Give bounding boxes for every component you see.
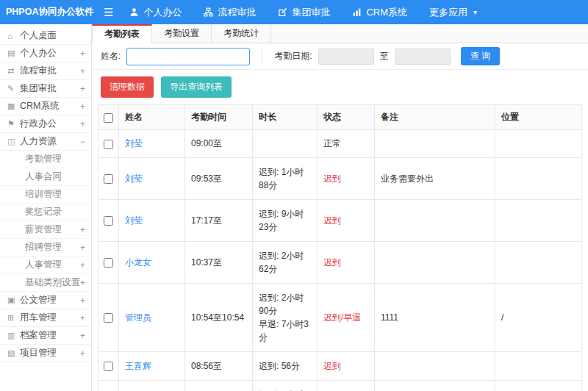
expand-indicator[interactable]: + bbox=[80, 278, 85, 288]
nav-personal-office[interactable]: 个人办公 bbox=[129, 6, 182, 19]
sidebar-item-label: 人事合同 bbox=[25, 171, 85, 183]
sidebar-item[interactable]: 基础类别设置 + bbox=[0, 274, 91, 292]
sidebar-item[interactable]: ✎ 集团审批 + bbox=[0, 80, 91, 98]
note-cell bbox=[375, 242, 495, 284]
row-checkbox[interactable] bbox=[104, 362, 113, 371]
expand-indicator[interactable]: + bbox=[80, 295, 85, 306]
sidebar-item-label: 行政办公 bbox=[20, 118, 80, 130]
query-button[interactable]: 查 询 bbox=[461, 47, 500, 65]
sidebar-item[interactable]: 培训管理 bbox=[0, 186, 91, 204]
expand-indicator[interactable]: + bbox=[80, 101, 85, 112]
sidebar-item[interactable]: ▦ CRM系统 + bbox=[0, 98, 91, 115]
row-checkbox[interactable] bbox=[104, 258, 113, 268]
duration-cell: 迟到: 9小时23分 bbox=[253, 200, 318, 242]
export-list-button[interactable]: 导出查询列表 bbox=[161, 76, 232, 98]
row-checkbox[interactable] bbox=[104, 174, 113, 184]
date-to-input[interactable] bbox=[395, 49, 451, 65]
table-row: 刘莹 09:53至 迟到: 1小时88分 迟到 业务需要外出 bbox=[98, 158, 582, 200]
table-body: 刘莹 09:00至 正常 刘莹 09:53至 迟到: 1小时88分 bbox=[98, 130, 582, 391]
row-checkbox[interactable] bbox=[104, 313, 113, 323]
sidebar-item[interactable]: 奖惩记录 bbox=[0, 204, 91, 221]
employee-name-link[interactable]: 刘莹 bbox=[125, 215, 143, 226]
table-row: 管理员 10:54至10:54 迟到: 2小时90分 早退: 7小时3分 迟到/… bbox=[98, 284, 582, 352]
top-nav: 个人办公 流程审批 集团审批 CRM系统 更多应用 ▾ bbox=[129, 6, 477, 19]
expand-indicator[interactable]: + bbox=[80, 313, 85, 323]
sidebar-item[interactable]: ⚑ 行政办公 + bbox=[0, 115, 91, 133]
location-cell bbox=[495, 158, 582, 200]
sidebar-item[interactable]: ▣ 公文管理 + bbox=[0, 292, 91, 309]
employee-name-link[interactable]: 小龙女 bbox=[125, 257, 151, 268]
row-checkbox[interactable] bbox=[104, 140, 113, 149]
expand-indicator[interactable]: + bbox=[80, 49, 85, 59]
clean-data-button[interactable]: 清理数据 bbox=[101, 76, 154, 98]
sidebar-item-label: 用车管理 bbox=[20, 312, 80, 324]
employee-name-link[interactable]: 刘莹 bbox=[125, 138, 143, 148]
expand-indicator[interactable]: + bbox=[80, 348, 85, 359]
tab-attendance-statistics[interactable]: 考勤统计 bbox=[212, 24, 271, 43]
sidebar-item[interactable]: ▥ 档案管理 + bbox=[0, 327, 91, 345]
expand-indicator[interactable]: + bbox=[80, 119, 85, 129]
sidebar-item[interactable]: 招聘管理 + bbox=[0, 239, 91, 257]
expand-indicator[interactable]: − bbox=[80, 137, 85, 147]
sidebar-item[interactable]: 人事合同 bbox=[0, 168, 91, 186]
crm-icon: ▦ bbox=[7, 101, 20, 111]
sidebar-item[interactable]: ⊞ 用车管理 + bbox=[0, 309, 91, 327]
layout: ⌂ 个人桌面 ▤ 个人办公 + ⇄ 流程审批 + ✎ 集团审批 + ▦ bbox=[0, 24, 588, 391]
status-cell: 迟到 bbox=[318, 242, 375, 284]
name-input[interactable] bbox=[126, 48, 250, 65]
employee-name-link[interactable]: 管理员 bbox=[125, 312, 151, 323]
archive-icon: ▥ bbox=[7, 331, 20, 340]
nav-more-apps[interactable]: 更多应用 ▾ bbox=[429, 6, 477, 19]
expand-indicator[interactable]: + bbox=[80, 243, 85, 253]
employee-name-link[interactable]: 刘莹 bbox=[125, 173, 143, 184]
nav-label: 更多应用 bbox=[429, 6, 467, 19]
attendance-time-cell: 17:17至 bbox=[185, 200, 253, 242]
date-to-text: 至 bbox=[380, 50, 389, 62]
column-header-time: 考勤时间 bbox=[185, 105, 253, 130]
select-all-checkbox[interactable] bbox=[104, 113, 113, 123]
duration-cell: 迟到: 5小时33分 早退: 4小时67分 bbox=[253, 381, 318, 391]
expand-indicator[interactable]: + bbox=[80, 331, 85, 341]
sidebar-item[interactable]: ◫ 人力资源 − bbox=[0, 133, 91, 151]
sidebar-item[interactable]: 考勤管理 bbox=[0, 151, 91, 168]
employee-name-link[interactable]: 王喜辉 bbox=[125, 361, 151, 371]
sidebar-item[interactable]: 人事管理 + bbox=[0, 257, 91, 274]
sidebar-item[interactable]: 薪资管理 + bbox=[0, 221, 91, 239]
attendance-time-cell: 09:53至 bbox=[185, 158, 253, 200]
tab-bar: 考勤列表 考勤设置 考勤统计 bbox=[92, 24, 588, 43]
expand-indicator[interactable]: + bbox=[80, 225, 85, 235]
status-cell: 迟到/早退 bbox=[318, 284, 375, 352]
date-from-input[interactable] bbox=[318, 49, 374, 65]
menu-toggle-icon[interactable]: ☰ bbox=[104, 6, 113, 19]
column-header-location: 位置 bbox=[495, 105, 582, 130]
tab-attendance-settings[interactable]: 考勤设置 bbox=[152, 24, 212, 43]
nav-group-approval[interactable]: 集团审批 bbox=[278, 6, 330, 19]
expand-indicator[interactable]: + bbox=[80, 66, 85, 76]
nav-workflow-approval[interactable]: 流程审批 bbox=[204, 6, 256, 19]
tab-attendance-list[interactable]: 考勤列表 bbox=[92, 24, 152, 43]
column-header-name: 姓名 bbox=[119, 105, 185, 130]
sidebar-item[interactable]: ⇄ 流程审批 + bbox=[0, 62, 91, 80]
duration-cell bbox=[253, 130, 318, 158]
attendance-time-cell: 10:37至 bbox=[185, 242, 253, 284]
expand-indicator[interactable]: + bbox=[80, 84, 85, 94]
note-cell bbox=[375, 200, 495, 242]
sidebar-item-label: 招聘管理 bbox=[25, 241, 80, 254]
duration-cell: 迟到: 2小时62分 bbox=[253, 242, 318, 284]
duration-cell: 迟到: 1小时88分 bbox=[253, 158, 318, 200]
expand-indicator[interactable]: + bbox=[80, 260, 85, 270]
divider bbox=[262, 49, 262, 64]
row-checkbox[interactable] bbox=[104, 216, 113, 226]
duration-cell: 迟到: 56分 bbox=[253, 352, 318, 381]
table-container: 姓名 考勤时间 时长 状态 备注 位置 刘莹 09:00至 bbox=[92, 104, 588, 391]
sidebar-item-label: CRM系统 bbox=[20, 100, 80, 112]
nav-crm-system[interactable]: CRM系统 bbox=[352, 6, 407, 19]
sidebar-item[interactable]: ▤ 个人办公 + bbox=[0, 45, 91, 62]
location-cell bbox=[495, 242, 582, 284]
sidebar-item[interactable]: ▧ 项目管理 + bbox=[0, 345, 91, 362]
personal-office-icon: ▤ bbox=[7, 49, 20, 58]
table-header-row: 姓名 考勤时间 时长 状态 备注 位置 bbox=[98, 105, 582, 130]
location-cell: / bbox=[495, 284, 582, 352]
sidebar-item[interactable]: ⌂ 个人桌面 bbox=[0, 27, 91, 45]
status-cell: 迟到 bbox=[318, 200, 375, 242]
